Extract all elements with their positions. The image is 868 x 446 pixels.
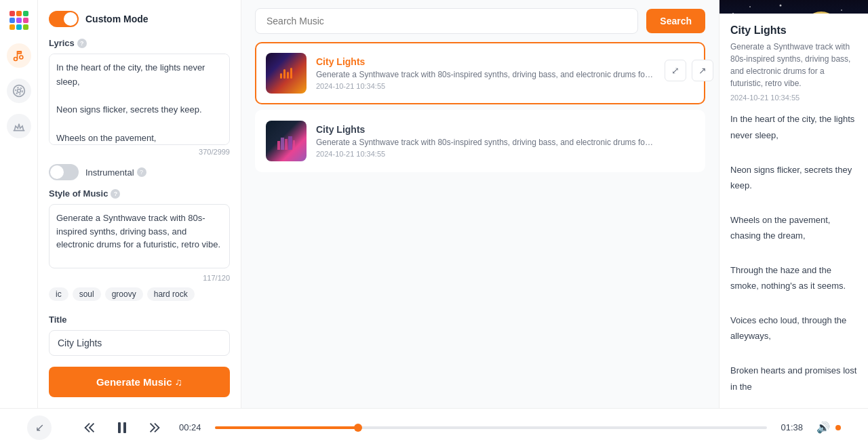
sidebar-icon-music[interactable]: [7, 43, 31, 68]
right-panel: City Lights Generate a Synthwave track w…: [719, 0, 868, 408]
search-input[interactable]: [255, 8, 638, 34]
middle-panel: Search City Lights Generate a Synthwave …: [241, 0, 719, 408]
current-time: 00:24: [179, 422, 201, 432]
result-date-2: 2024-10-21 10:34:55: [316, 150, 694, 158]
progress-thumb: [354, 424, 362, 432]
tag-hard-rock[interactable]: hard rock: [147, 287, 195, 301]
style-label: Style of Music ?: [49, 188, 230, 199]
style-help-icon[interactable]: ?: [111, 189, 120, 199]
result-card-2[interactable]: City Lights Generate a Synthwave track w…: [255, 110, 705, 172]
svg-point-3: [17, 89, 20, 93]
generate-music-button[interactable]: Generate Music ♫: [49, 367, 230, 397]
track-date: 2024-10-21 10:34:55: [730, 94, 857, 102]
total-time: 01:38: [781, 422, 803, 432]
lyrics-line-2: Neon signs flicker, secrets they keep.: [730, 162, 857, 194]
lyrics-line-3: Wheels on the pavement, chasing the drea…: [730, 212, 857, 244]
forward-button[interactable]: [144, 417, 165, 439]
rewind-button[interactable]: [79, 417, 100, 439]
lyrics-help-icon[interactable]: ?: [77, 39, 87, 48]
lyrics-line-4: Through the haze and the smoke, nothing'…: [730, 262, 857, 294]
progress-fill: [215, 426, 359, 429]
svg-point-1: [19, 56, 22, 59]
style-section: Style of Music ? Generate a Synthwave tr…: [49, 188, 230, 306]
left-panel: Custom Mode Lyrics ? In the heart of the…: [38, 0, 241, 408]
right-panel-content: City Lights Generate a Synthwave track w…: [719, 14, 868, 408]
svg-rect-10: [719, 0, 868, 14]
svg-rect-63: [123, 422, 126, 433]
result-desc-2: Generate a Synthwave track with 80s-insp…: [316, 138, 655, 147]
search-button[interactable]: Search: [646, 9, 705, 33]
instrumental-toggle[interactable]: [49, 164, 79, 180]
results-list: City Lights Generate a Synthwave track w…: [241, 42, 719, 408]
tag-ic[interactable]: ic: [49, 287, 68, 301]
sidebar-icons: [0, 0, 38, 408]
style-char-count: 117/120: [49, 274, 230, 282]
svg-point-19: [841, 9, 842, 11]
result-desc-1: Generate a Synthwave track with 80s-insp…: [316, 70, 655, 79]
album-art: [719, 0, 868, 14]
lyrics-line-6: Broken hearts and promises lost in the: [730, 363, 857, 394]
svg-point-16: [780, 5, 782, 7]
result-info-2: City Lights Generate a Synthwave track w…: [316, 124, 694, 158]
track-description: Generate a Synthwave track with 80s-insp…: [730, 41, 857, 89]
lyrics-display: In the heart of the city, the lights nev…: [730, 111, 857, 394]
custom-mode-row: Custom Mode: [49, 11, 230, 27]
expand-button-1[interactable]: ⤢: [665, 60, 686, 81]
play-indicator: [280, 68, 292, 79]
collapse-button[interactable]: ↙: [27, 415, 52, 440]
sidebar-icon-crown[interactable]: [7, 114, 31, 138]
result-actions-1: ⤢ ↗ ↓ 🗑: [665, 60, 719, 87]
volume-icon[interactable]: 🔊: [816, 421, 830, 434]
lyrics-label: Lyrics ?: [49, 38, 230, 48]
custom-mode-toggle[interactable]: [49, 11, 79, 27]
search-bar-row: Search: [241, 0, 719, 42]
volume-section: 🔊: [816, 421, 841, 434]
instrumental-row: Instrumental ?: [49, 164, 230, 180]
lyrics-line-1: In the heart of the city, the lights nev…: [730, 111, 857, 143]
lyrics-line-5: Voices echo loud, through the alleyways,: [730, 312, 857, 344]
title-input[interactable]: [49, 330, 230, 356]
custom-mode-label: Custom Mode: [85, 14, 149, 24]
result-date-1: 2024-10-21 10:34:55: [316, 82, 655, 90]
lyrics-textarea[interactable]: In the heart of the city, the lights nev…: [49, 54, 230, 145]
style-textarea[interactable]: Generate a Synthwave track with 80s-insp…: [49, 204, 230, 268]
result-info-1: City Lights Generate a Synthwave track w…: [316, 56, 655, 90]
svg-rect-7: [285, 139, 288, 150]
svg-rect-6: [281, 138, 284, 150]
player-bar: ↙ 00:24 01:38 🔊: [0, 408, 868, 446]
result-thumb-2: [266, 121, 307, 161]
result-thumb-1: [266, 53, 307, 94]
share-button-1[interactable]: ↗: [692, 60, 713, 81]
app-logo: [7, 8, 31, 33]
title-label: Title: [49, 315, 230, 325]
volume-dot: [835, 425, 841, 430]
player-controls: [79, 417, 165, 439]
result-title-2: City Lights: [316, 124, 694, 135]
svg-rect-62: [118, 422, 121, 433]
svg-rect-8: [288, 136, 292, 150]
result-title-1: City Lights: [316, 56, 655, 67]
instrumental-help-icon[interactable]: ?: [137, 167, 146, 177]
title-section: Title: [49, 315, 230, 356]
svg-point-4: [16, 87, 22, 94]
pause-button[interactable]: [111, 417, 133, 439]
instrumental-label: Instrumental ?: [85, 167, 146, 178]
tag-groovy[interactable]: groovy: [105, 287, 143, 301]
sidebar-icon-vinyl[interactable]: [7, 79, 31, 103]
result-card-1[interactable]: City Lights Generate a Synthwave track w…: [255, 42, 705, 104]
svg-point-14: [749, 6, 751, 7]
track-title: City Lights: [730, 24, 857, 37]
svg-rect-9: [293, 140, 295, 150]
lyrics-char-count: 370/2999: [49, 148, 230, 156]
tag-soul[interactable]: soul: [73, 287, 101, 301]
progress-bar[interactable]: [215, 426, 768, 429]
svg-rect-5: [277, 141, 280, 150]
svg-point-2: [13, 85, 24, 97]
tags-row: ic soul groovy hard rock: [49, 287, 230, 301]
